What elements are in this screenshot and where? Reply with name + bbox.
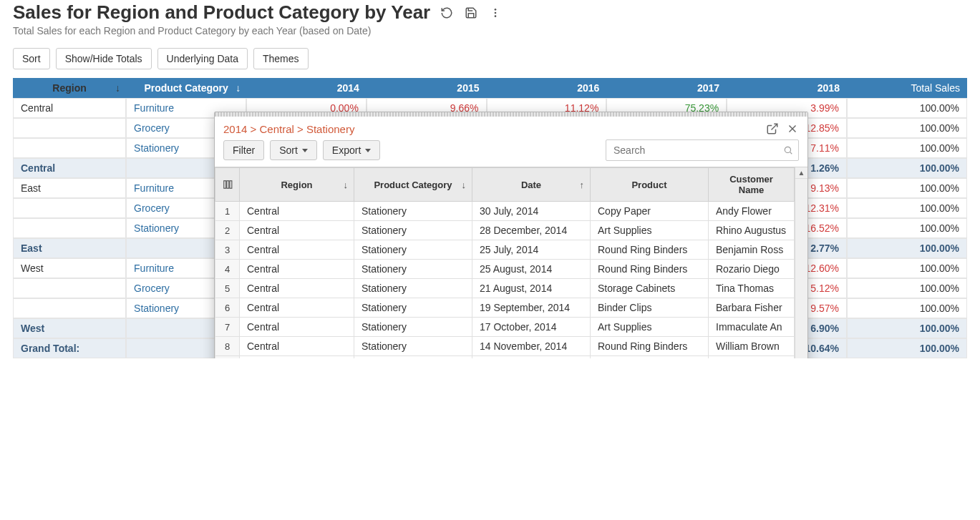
col-2015[interactable]: 2015 (367, 78, 487, 98)
grid-cell: Round Ring Binders (591, 240, 709, 260)
table-row[interactable]: 5CentralStationery21 August, 2014Storage… (215, 279, 795, 298)
grid-cell: Stationery (354, 318, 472, 337)
grid-col-product[interactable]: Product (591, 168, 709, 202)
table-row[interactable]: 6CentralStationery19 September, 2014Bind… (215, 298, 795, 318)
sort-down-icon: ↓ (236, 82, 241, 94)
grid-cell: Central (240, 221, 354, 240)
grid-col-region[interactable]: Region↓ (240, 168, 354, 202)
region-cell: West (13, 258, 126, 278)
grid-cell: Stationery (354, 298, 472, 318)
total-cell: 100.00% (847, 178, 967, 198)
col-2016[interactable]: 2016 (487, 78, 607, 98)
close-icon[interactable] (786, 122, 799, 135)
table-row[interactable]: 2CentralStationery28 December, 2014Art S… (215, 221, 795, 240)
total-cell: 100.00% (847, 318, 967, 338)
total-cell: 100.00% (847, 158, 967, 178)
row-number: 4 (215, 260, 240, 279)
total-cell: 100.00% (847, 238, 967, 258)
col-category[interactable]: Product Category↓ (126, 78, 246, 98)
category-link[interactable]: Stationery (134, 303, 179, 314)
themes-button[interactable]: Themes (253, 48, 309, 69)
grid-cell: 17 October, 2014 (472, 318, 591, 337)
col-region[interactable]: Region↓ (13, 78, 126, 98)
save-icon[interactable] (463, 5, 479, 21)
export-button[interactable]: Export (323, 140, 380, 160)
grid-cell: Art Supplies (591, 221, 709, 240)
search-icon (783, 145, 793, 155)
table-row[interactable]: 3CentralStationery25 July, 2014Round Rin… (215, 240, 795, 260)
col-category-label: Product Category (144, 82, 228, 94)
filter-button[interactable]: Filter (223, 140, 264, 160)
showhide-totals-button[interactable]: Show/Hide Totals (56, 48, 152, 69)
sort-button[interactable]: Sort (13, 48, 50, 69)
scroll-up-icon[interactable]: ▲ (795, 167, 807, 179)
table-row[interactable]: 8CentralStationery14 November, 2014Round… (215, 337, 795, 356)
category-link[interactable]: Grocery (134, 283, 170, 294)
grid-cell: Stationery (354, 279, 472, 298)
grid-cell: Copy Paper (591, 356, 709, 359)
col-2017[interactable]: 2017 (606, 78, 727, 98)
grid-cell: Copy Paper (591, 202, 709, 221)
column-settings-icon[interactable] (215, 168, 240, 202)
total-cell: 100.00% (847, 98, 967, 118)
sort-down-icon: ↓ (344, 180, 349, 190)
grid-col-customer[interactable]: Customer Name (709, 168, 795, 202)
refresh-icon[interactable] (439, 5, 455, 21)
grid-cell: Harold Pawlan (709, 356, 795, 359)
region-cell: Central (13, 98, 126, 118)
report-toolbar: Sort Show/Hide Totals Underlying Data Th… (13, 48, 967, 69)
grid-cell: Central (240, 337, 354, 356)
row-number: 1 (215, 202, 240, 221)
total-cell: 100.00% (847, 278, 967, 298)
svg-rect-9 (230, 181, 232, 189)
vertical-scrollbar[interactable]: ▲ ▼ (795, 167, 807, 358)
region-cell: East (13, 178, 126, 198)
search-input[interactable] (606, 139, 799, 161)
col-region-label: Region (52, 82, 86, 94)
grid-cell: Andy Flower (709, 202, 795, 221)
row-number: 8 (215, 337, 240, 356)
grid-col-region-label: Region (281, 180, 312, 190)
table-row[interactable]: 4CentralStationery25 August, 2014Round R… (215, 260, 795, 279)
grid-cell: Central (240, 279, 354, 298)
category-link[interactable]: Furniture (134, 102, 174, 114)
category-link[interactable]: Grocery (134, 122, 170, 134)
sort-up-icon: ↑ (580, 180, 585, 190)
page-title: Sales for Region and Product Category by… (13, 1, 430, 24)
drilldown-grid: Region↓ Product Category↓ Date↑ Product … (215, 167, 795, 358)
table-row[interactable]: 7CentralStationery17 October, 2014Art Su… (215, 318, 795, 337)
row-number: 3 (215, 240, 240, 260)
grid-cell: Rhino Augustus (709, 221, 795, 240)
col-2018[interactable]: 2018 (727, 78, 847, 98)
grid-cell: 14 November, 2014 (472, 337, 591, 356)
category-link[interactable]: Stationery (134, 222, 179, 234)
grid-cell: 19 September, 2014 (472, 298, 591, 318)
grid-col-date[interactable]: Date↑ (472, 168, 591, 202)
underlying-data-button[interactable]: Underlying Data (157, 48, 248, 69)
svg-point-0 (495, 9, 497, 11)
total-cell: 100.00% (847, 138, 967, 158)
col-total[interactable]: Total Sales (847, 78, 967, 98)
popout-icon[interactable] (766, 122, 779, 135)
grid-cell: 21 August, 2014 (472, 279, 591, 298)
breadcrumb: 2014 > Central > Stationery (223, 123, 354, 135)
category-link[interactable]: Furniture (134, 182, 174, 194)
more-icon[interactable] (487, 5, 503, 21)
category-link[interactable]: Stationery (134, 142, 179, 154)
total-cell: 100.00% (847, 298, 967, 318)
table-row[interactable]: 1CentralStationery30 July, 2014Copy Pape… (215, 202, 795, 221)
category-link[interactable]: Grocery (134, 202, 170, 214)
popup-sort-button[interactable]: Sort (270, 140, 317, 160)
svg-point-5 (785, 147, 790, 152)
category-link[interactable]: Furniture (134, 263, 174, 274)
grid-cell: Immaculate An (709, 318, 795, 337)
col-2014[interactable]: 2014 (246, 78, 367, 98)
grid-col-category-label: Product Category (374, 180, 452, 190)
row-number: 9 (215, 356, 240, 359)
region-cell: East (13, 238, 126, 258)
grid-cell: Stationery (354, 337, 472, 356)
grid-cell: Tina Thomas (709, 279, 795, 298)
row-number: 5 (215, 279, 240, 298)
grid-col-category[interactable]: Product Category↓ (354, 168, 472, 202)
table-row[interactable]: 9CentralStationery14 December, 2014Copy … (215, 356, 795, 359)
